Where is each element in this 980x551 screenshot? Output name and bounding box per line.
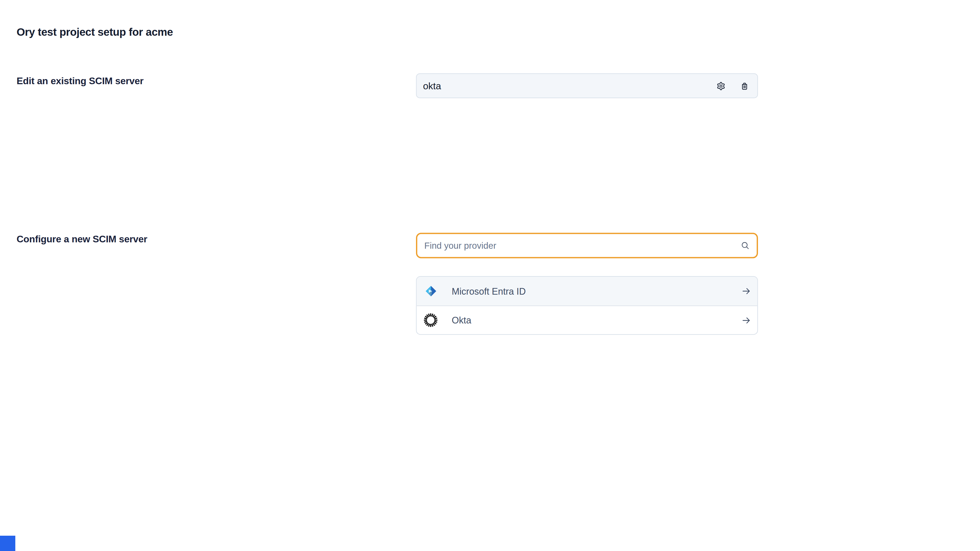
provider-name: Okta: [452, 315, 741, 325]
provider-name: Microsoft Entra ID: [452, 286, 741, 296]
trash-icon: [740, 81, 749, 90]
existing-server-row: okta: [416, 73, 758, 98]
settings-icon: [717, 81, 725, 90]
page: Ory test project setup for acme Edit an …: [0, 0, 980, 551]
provider-search-input[interactable]: [416, 233, 758, 259]
edit-scim-server-label: Edit an existing SCIM server: [17, 75, 143, 86]
provider-row-microsoft-entra-id[interactable]: Microsoft Entra ID: [417, 277, 757, 306]
page-title: Ory test project setup for acme: [17, 26, 173, 39]
arrow-right-icon: [741, 315, 751, 325]
provider-row-okta[interactable]: Okta: [417, 306, 757, 334]
microsoft-entra-id-logo: [424, 284, 438, 298]
provider-search: [416, 233, 758, 259]
server-settings-button[interactable]: [717, 81, 725, 90]
provider-list: Microsoft Entra ID: [416, 276, 758, 335]
server-delete-button[interactable]: [740, 81, 749, 90]
corner-blue-square: [0, 536, 15, 551]
arrow-right-icon: [741, 286, 751, 296]
server-name: okta: [423, 80, 717, 91]
okta-logo: [424, 313, 438, 327]
configure-scim-server-label: Configure a new SCIM server: [17, 233, 147, 245]
